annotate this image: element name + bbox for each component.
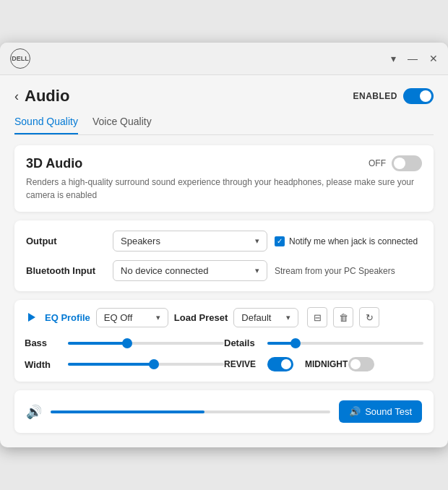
width-slider-thumb[interactable]	[149, 359, 159, 369]
play-icon	[28, 313, 35, 322]
window-controls[interactable]: ▾ — ✕	[391, 53, 438, 64]
bass-label: Bass	[25, 338, 61, 348]
bass-slider-row: Bass	[25, 338, 224, 348]
bass-slider-fill	[68, 342, 127, 345]
page-title: Audio	[25, 87, 69, 106]
sliders-grid: Bass Details Width	[25, 338, 423, 371]
preset-select[interactable]: Default ▾	[233, 308, 298, 327]
preset-value: Default	[241, 312, 271, 323]
output-label: Output	[26, 236, 113, 246]
toggles-row: REVIVE MIDNIGHT	[224, 357, 423, 371]
audio-3d-toggle-row: OFF	[369, 155, 422, 171]
eq-profile-label: EQ Profile	[45, 312, 90, 323]
page-header: ‹ Audio ENABLED	[14, 87, 434, 106]
output-value: Speakers	[121, 236, 160, 246]
volume-icon: 🔊	[26, 404, 42, 420]
revive-toggle-row: REVIVE	[224, 357, 293, 371]
main-content: ‹ Audio ENABLED Sound Quality Voice Qual…	[0, 75, 448, 447]
audio-3d-off-label: OFF	[369, 158, 386, 168]
preset-chevron-icon: ▾	[286, 313, 290, 322]
eq-profile-select[interactable]: EQ Off ▾	[96, 308, 168, 327]
bass-slider-track[interactable]	[68, 342, 224, 345]
refresh-preset-button[interactable]: ↻	[359, 307, 379, 327]
eq-chevron-icon: ▾	[156, 313, 160, 322]
enabled-toggle[interactable]	[403, 88, 434, 104]
midnight-toggle-row: MIDNIGHT	[305, 357, 374, 371]
save-preset-button[interactable]: ⊟	[307, 307, 327, 327]
output-select[interactable]: Speakers ▾	[113, 231, 267, 252]
notify-checkbox-row[interactable]: ✓ Notify me when jack is connected	[267, 236, 422, 246]
io-grid: Output Speakers ▾ ✓ Notify me when jack …	[26, 231, 422, 281]
eq-section: EQ Profile EQ Off ▾ Load Preset Default …	[14, 300, 434, 382]
width-slider-fill	[68, 363, 154, 366]
back-button[interactable]: ‹	[14, 89, 19, 104]
eq-profile-value: EQ Off	[104, 312, 133, 323]
toggle-knob	[420, 90, 431, 102]
notify-checkbox[interactable]: ✓	[275, 236, 285, 246]
enabled-toggle-row: ENABLED	[353, 88, 434, 104]
eq-row: EQ Profile EQ Off ▾ Load Preset Default …	[25, 307, 423, 327]
title-bar: DELL ▾ — ✕	[0, 43, 448, 75]
output-chevron-icon: ▾	[255, 236, 259, 246]
checkbox-check-icon: ✓	[277, 238, 283, 245]
tab-voice-quality[interactable]: Voice Quality	[92, 116, 152, 134]
tab-bar: Sound Quality Voice Quality	[14, 116, 434, 135]
minimize-icon[interactable]: —	[408, 53, 418, 64]
audio-3d-header: 3D Audio OFF	[26, 155, 422, 171]
sound-icon: 🔊	[349, 406, 361, 417]
bluetooth-select[interactable]: No device connected ▾	[113, 260, 267, 281]
details-slider-thumb[interactable]	[290, 338, 301, 348]
volume-slider-track[interactable]	[51, 411, 330, 413]
bluetooth-label: Bluetooth Input	[26, 265, 113, 276]
load-preset-label: Load Preset	[174, 312, 228, 323]
revive-label: REVIVE	[224, 359, 260, 369]
bass-slider-thumb[interactable]	[122, 338, 132, 348]
minimize-dropdown-icon[interactable]: ▾	[391, 53, 396, 64]
bluetooth-value: No device connected	[121, 265, 208, 276]
audio-3d-card: 3D Audio OFF Renders a high-quality surr…	[14, 145, 434, 212]
enabled-label: ENABLED	[353, 91, 397, 101]
eq-action-icons: ⊟ 🗑 ↻	[307, 307, 379, 327]
width-label: Width	[25, 359, 61, 370]
midnight-toggle[interactable]	[348, 357, 374, 371]
dell-logo: DELL	[10, 48, 30, 69]
width-slider-track[interactable]	[68, 363, 224, 366]
midnight-label: MIDNIGHT	[305, 359, 341, 369]
audio-3d-description: Renders a high-quality surround sound ex…	[26, 176, 422, 202]
details-slider-track[interactable]	[267, 342, 423, 345]
audio-3d-title: 3D Audio	[26, 156, 82, 171]
audio-3d-toggle[interactable]	[392, 155, 422, 171]
revive-toggle[interactable]	[267, 357, 293, 371]
revive-toggle-knob	[281, 359, 291, 369]
close-icon[interactable]: ✕	[429, 53, 438, 64]
delete-preset-button[interactable]: 🗑	[333, 307, 353, 327]
midnight-toggle-knob	[350, 359, 361, 369]
sound-test-label: Sound Test	[365, 406, 412, 417]
volume-slider-fill	[51, 411, 204, 413]
sound-test-button[interactable]: 🔊 Sound Test	[339, 400, 422, 423]
audio-3d-toggle-knob	[394, 158, 405, 169]
io-card: Output Speakers ▾ ✓ Notify me when jack …	[14, 220, 434, 291]
width-slider-row: Width	[25, 359, 224, 370]
stream-note: Stream from your PC Speakers	[267, 266, 422, 276]
details-slider-row: Details	[224, 338, 423, 348]
eq-play-button[interactable]	[25, 310, 39, 324]
bluetooth-chevron-icon: ▾	[255, 266, 259, 275]
back-title-group: ‹ Audio	[14, 87, 69, 106]
notify-label: Notify me when jack is connected	[289, 236, 418, 246]
tab-sound-quality[interactable]: Sound Quality	[14, 116, 78, 134]
details-label: Details	[224, 338, 260, 348]
volume-card: 🔊 🔊 Sound Test	[14, 390, 434, 433]
